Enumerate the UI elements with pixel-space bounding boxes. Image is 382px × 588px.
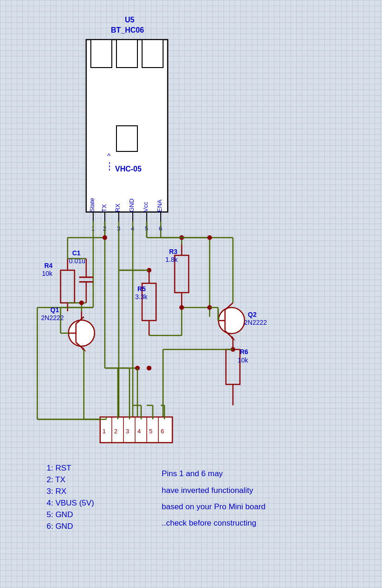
q2-label: Q2 <box>248 311 257 318</box>
u5-label: U5 <box>125 16 135 24</box>
vhc05-label: VHC-05 <box>115 165 142 173</box>
bottom-pin-5: 5 <box>149 428 152 435</box>
bottom-pin-6: 6 <box>161 428 164 435</box>
pin-state-label: State <box>89 198 96 212</box>
bottom-pin-4: 4 <box>137 428 141 435</box>
q2-part: 2N2222 <box>244 319 267 326</box>
warning-line-4: ..check before constructing <box>162 519 256 527</box>
pin-3-note: 3: RX <box>47 487 67 496</box>
u5-part: BT_HC06 <box>111 26 144 34</box>
svg-point-69 <box>79 301 84 305</box>
pin-1-note: 1: RST <box>47 464 71 472</box>
pin-5-note: 5: GND <box>47 510 73 519</box>
svg-point-46 <box>179 305 184 310</box>
schematic-diagram: U5 BT_HC06 ^ VHC-05 State TX RX GND Vcc … <box>0 0 382 588</box>
pin-ena-label: ENA <box>156 199 163 212</box>
warning-line-3: based on your Pro Mini board <box>162 502 266 511</box>
warning-line-1: Pins 1 and 6 may <box>162 469 223 478</box>
bottom-pin-3: 3 <box>126 428 129 435</box>
svg-rect-89 <box>226 349 240 384</box>
svg-rect-1 <box>91 40 112 68</box>
r6-label: R6 <box>240 348 248 356</box>
r3-value: 1.8k <box>165 256 178 263</box>
r4-value: 10k <box>42 270 53 277</box>
r3-label: R3 <box>169 248 177 255</box>
pin-rx-label: RX <box>114 204 121 212</box>
svg-rect-2 <box>116 40 137 68</box>
svg-rect-48 <box>61 270 75 303</box>
pin-6-note: 6: GND <box>47 522 73 531</box>
bottom-pin-2: 2 <box>114 428 117 435</box>
svg-rect-3 <box>142 40 163 68</box>
pin-gnd-label: GND <box>128 198 135 212</box>
svg-point-58 <box>102 235 107 240</box>
r6-value: 10k <box>238 356 249 364</box>
svg-point-94 <box>147 366 151 370</box>
r5-value: 3.3k <box>135 293 148 301</box>
c1-label: C1 <box>72 249 81 257</box>
r4-label: R4 <box>44 262 53 269</box>
warning-line-2: have inverted functionality <box>162 486 253 495</box>
svg-text:^: ^ <box>107 152 111 160</box>
r5-label: R5 <box>137 285 146 293</box>
pin-tx-label: TX <box>101 204 108 212</box>
pin-2-note: 2: TX <box>47 475 65 484</box>
pin-4-note: 4: VBUS (5V) <box>47 499 94 507</box>
svg-rect-4 <box>116 126 137 151</box>
svg-point-84 <box>207 235 212 240</box>
q1-label: Q1 <box>50 306 59 314</box>
pin-vcc-label: Vcc <box>142 202 149 212</box>
bottom-pin-1: 1 <box>102 428 106 435</box>
